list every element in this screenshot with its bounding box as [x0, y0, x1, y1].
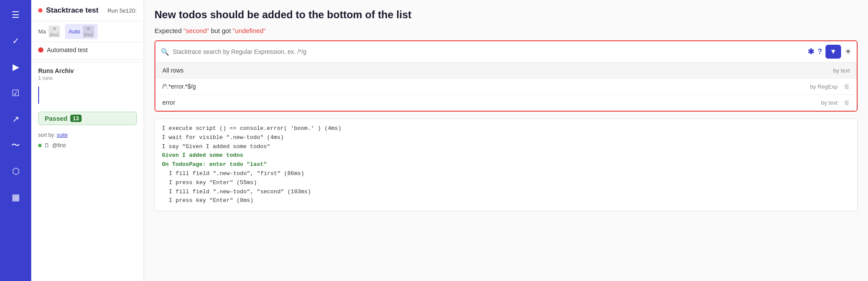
dropdown-label-all-rows: All rows [162, 67, 184, 74]
log-line-5: I fill field ".new-todo", "first" (86ms) [162, 169, 850, 179]
dropdown-right-error: by text 🗑 [821, 99, 850, 106]
run-label: Run 5e120: [108, 7, 137, 14]
mini-pass-dot [38, 144, 42, 147]
search-row: 🔍 ✱ ? ▼ ☀ [155, 41, 857, 63]
error-word2: "undefined" [233, 27, 266, 34]
tab-auto[interactable]: Auto ✕[Esc] [65, 24, 98, 39]
log-line-1: I wait for visible ".new-todo" (4ms) [162, 133, 850, 142]
tabs-row: Ma ✕[Esc] Auto ✕[Esc] [31, 21, 144, 42]
tab-auto-label: Auto [69, 28, 80, 35]
runs-archive-section: Runs Archiv 1 runs [31, 62, 144, 86]
log-line-4: On TodosPage: enter todo "last" [162, 160, 850, 169]
log-area: I execute script () => console.error( 'b… [155, 119, 858, 211]
dropdown-by-all-rows: by text [833, 67, 850, 74]
check-icon[interactable]: ✓ [8, 33, 23, 49]
delete-icon-regexp[interactable]: 🗑 [844, 83, 850, 90]
dropdown-label-regexp: /^.*error.*$/g [162, 83, 196, 90]
hamburger-icon[interactable]: ☰ [8, 7, 23, 23]
delete-icon-error[interactable]: 🗑 [844, 99, 850, 106]
dropdown-row-error[interactable]: error by text 🗑 [155, 95, 857, 111]
test-item-automated[interactable]: Automated test [31, 42, 144, 58]
log-line-8: I press key "Enter" (8ms) [162, 196, 850, 205]
log-line-7: I fill field ".new-todo", "second" (103m… [162, 188, 850, 197]
log-line-3: Given I added some todos [162, 151, 850, 160]
error-message: Expected "second" but got "undefined" [155, 27, 858, 34]
error-word1: "second" [184, 27, 209, 34]
tab-ma[interactable]: Ma ✕[Esc] [35, 24, 63, 39]
tab-ma-close[interactable]: ✕[Esc] [49, 26, 60, 37]
asterisk-button[interactable]: ✱ [808, 47, 814, 56]
mini-test-row: 🗒 @first [31, 141, 144, 150]
sort-by-label: sort by: [38, 132, 55, 138]
settings-button[interactable]: ☀ [845, 47, 852, 56]
run-status-dot [38, 8, 43, 13]
tab-auto-close[interactable]: ✕[Esc] [83, 26, 94, 37]
dropdown-label-error: error [162, 99, 175, 106]
dropdown-row-regexp[interactable]: /^.*error.*$/g by RegExp 🗑 [155, 79, 857, 95]
page-title: New todos should be added to the bottom … [155, 9, 858, 21]
log-line-2: I say "Given I added some todos" [162, 142, 850, 152]
log-line-0: I execute script () => console.error( 'b… [162, 124, 850, 133]
pulse-icon[interactable]: 〜 [8, 137, 23, 153]
bar-chart-icon[interactable]: ▦ [8, 189, 23, 205]
search-input[interactable] [173, 48, 804, 55]
runs-archive-subtitle: 1 runs [38, 75, 137, 81]
passed-count: 13 [70, 115, 82, 122]
sort-by-suite-link[interactable]: suite [57, 132, 68, 138]
mini-test-label: @first [52, 142, 66, 149]
panel-header: Stacktrace test Run 5e120: [31, 0, 144, 21]
search-icon: 🔍 [161, 48, 169, 56]
error-middle: but got [211, 27, 233, 34]
log-line-6: I press key "Enter" (55ms) [162, 179, 850, 188]
dropdown-row-all-rows[interactable]: All rows by text [155, 63, 857, 79]
chart-line-icon[interactable]: ↗ [8, 111, 23, 127]
filter-icon: ▼ [830, 48, 837, 56]
dropdown-right-regexp: by RegExp 🗑 [810, 83, 850, 90]
dropdown-by-regexp: by RegExp [810, 83, 838, 90]
play-icon[interactable]: ▶ [8, 59, 23, 75]
passed-badge: Passed 13 [38, 112, 137, 125]
sidebar-nav: ☰ ✓ ▶ ☑ ↗ 〜 ⬡ ▦ [0, 0, 31, 281]
tab-ma-label: Ma [38, 28, 46, 35]
error-prefix: Expected [155, 27, 184, 34]
mini-test-icon: 🗒 [44, 142, 49, 149]
panel-title: Stacktrace test [46, 6, 99, 15]
passed-label: Passed [45, 115, 68, 122]
question-button[interactable]: ? [818, 48, 822, 56]
dropdown-by-error: by text [821, 99, 838, 106]
sort-row: sort by: suite [31, 129, 144, 141]
test-item-label: Automated test [47, 46, 88, 53]
checklist-icon[interactable]: ☑ [8, 85, 23, 101]
export-icon[interactable]: ⬡ [8, 163, 23, 179]
test-fail-icon [38, 47, 43, 53]
main-content: New todos should be added to the bottom … [144, 0, 868, 281]
runs-archive-title: Runs Archiv [38, 67, 137, 74]
search-dropdown-container: 🔍 ✱ ? ▼ ☀ All rows by text /^.*error.*$/… [155, 40, 858, 112]
filter-button[interactable]: ▼ [825, 45, 841, 59]
left-panel: Stacktrace test Run 5e120: Ma ✕[Esc] Aut… [31, 0, 144, 281]
settings-icon: ☀ [845, 47, 852, 56]
